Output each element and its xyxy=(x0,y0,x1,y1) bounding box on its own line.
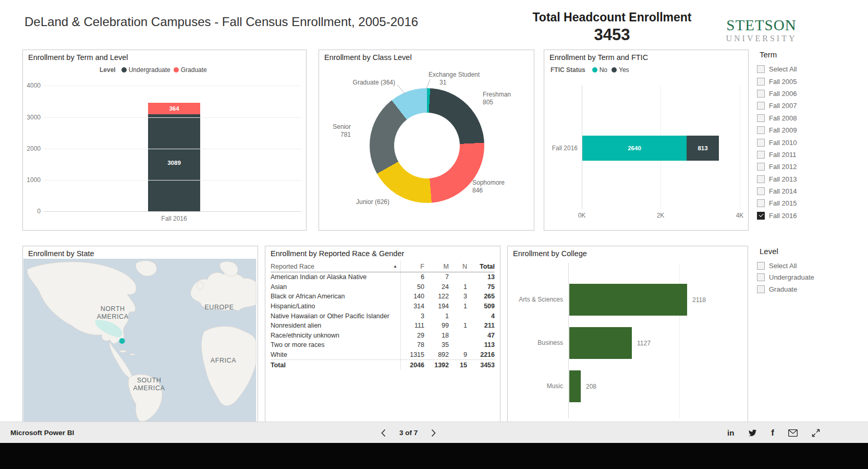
slicer-term-item-fall-2007[interactable]: Fall 2007 xyxy=(756,100,839,112)
checkbox[interactable] xyxy=(757,163,765,171)
checkbox[interactable] xyxy=(757,175,765,183)
legend-label: Undergraduate xyxy=(129,66,170,74)
table-total-row[interactable]: Total20461392153453 xyxy=(271,359,495,370)
table-row[interactable]: Two or more races7835113 xyxy=(271,340,495,350)
slicer-term-item-fall-2010[interactable]: Fall 2010 xyxy=(756,136,839,148)
slicer-item-label: Fall 2007 xyxy=(769,102,797,110)
panel-ftic: Enrollment by Term and FTIC FTIC Status … xyxy=(544,50,749,231)
stetson-logo-line1: STETSON xyxy=(724,18,799,33)
undergraduate-segment[interactable]: 3089 xyxy=(148,114,200,211)
slicer-term-item-fall-2006[interactable]: Fall 2006 xyxy=(756,88,839,100)
column-header-m[interactable]: M xyxy=(424,263,449,270)
column-header-f[interactable]: F xyxy=(401,263,424,270)
x-axis-label: 0K xyxy=(571,212,592,219)
table-cell: 3453 xyxy=(467,362,495,369)
table-cell: Total xyxy=(271,360,401,370)
slicer-term-item-fall-2009[interactable]: Fall 2009 xyxy=(756,124,839,136)
table-row[interactable]: Native Hawaiian or Other Pacific Islande… xyxy=(271,311,495,321)
powerbi-brand-link[interactable]: Microsoft Power BI xyxy=(10,422,74,443)
column-header-reported-race[interactable]: Reported Race▲ xyxy=(271,261,401,272)
college-bar-music[interactable] xyxy=(569,370,581,402)
checkbox[interactable] xyxy=(757,114,765,122)
donut-label-text: Senior xyxy=(319,123,351,131)
slicer-level-item-select-all[interactable]: Select All xyxy=(756,260,839,272)
email-icon[interactable] xyxy=(788,429,798,437)
table-row[interactable]: Race/ethnicity unknown291847 xyxy=(271,331,495,341)
map-bubble[interactable] xyxy=(119,338,125,344)
table-cell: Hispanic/Latino xyxy=(271,302,401,311)
table-cell: 113 xyxy=(467,341,495,348)
college-bar-business[interactable] xyxy=(569,327,632,359)
checkbox[interactable] xyxy=(757,78,765,86)
facebook-icon[interactable]: f xyxy=(771,428,774,438)
table-row[interactable]: Nonresident alien111991211 xyxy=(271,321,495,331)
checkbox[interactable] xyxy=(757,273,765,281)
slicer-item-label: Fall 2006 xyxy=(769,90,797,98)
legend-dot-graduate xyxy=(174,67,179,73)
chevron-left-icon[interactable] xyxy=(381,429,386,437)
checkbox[interactable] xyxy=(757,151,765,159)
graduate-segment[interactable]: 364 xyxy=(148,103,200,114)
checkbox[interactable] xyxy=(757,102,765,110)
table-cell: 3 xyxy=(401,312,424,320)
chart-title: Enrollment by College xyxy=(513,249,587,258)
slicer-term-item-fall-2013[interactable]: Fall 2013 xyxy=(756,173,839,185)
ftic-no-segment[interactable]: 2640 xyxy=(582,136,687,161)
level-slicer-list: Select AllUndergraduateGraduate xyxy=(756,260,839,295)
checkbox[interactable] xyxy=(757,65,765,73)
x-axis-label: 2K xyxy=(650,212,671,219)
table-cell: Asian xyxy=(271,282,401,292)
fullscreen-icon[interactable] xyxy=(812,429,820,437)
table-cell: 194 xyxy=(424,303,449,310)
slicer-term-item-fall-2016[interactable]: Fall 2016 xyxy=(756,210,839,222)
checkbox[interactable] xyxy=(757,262,765,270)
column-header-total[interactable]: Total xyxy=(467,263,495,270)
checkbox[interactable] xyxy=(757,90,765,98)
twitter-icon[interactable] xyxy=(748,429,757,437)
checkbox-checked[interactable] xyxy=(757,212,765,220)
table-cell: 314 xyxy=(401,303,424,310)
stacked-bar: 2640 813 xyxy=(582,136,719,161)
slicer-term-item-fall-2011[interactable]: Fall 2011 xyxy=(756,149,839,161)
table-cell: 24 xyxy=(424,283,449,291)
table-cell: 75 xyxy=(467,283,495,291)
checkbox[interactable] xyxy=(757,139,765,147)
slicer-term-item-fall-2005[interactable]: Fall 2005 xyxy=(756,75,839,87)
y-axis-label: 4000 xyxy=(25,82,41,89)
legend-item-ftic-yes[interactable]: Yes xyxy=(612,66,629,74)
table-row[interactable]: American Indian or Alaska Native6713 xyxy=(271,272,495,282)
college-bar-arts-sciences[interactable] xyxy=(569,284,687,316)
checkbox[interactable] xyxy=(757,199,765,207)
checkbox[interactable] xyxy=(757,187,765,195)
ftic-yes-segment[interactable]: 813 xyxy=(687,136,719,161)
checkbox[interactable] xyxy=(757,285,765,293)
slicer-item-label: Fall 2005 xyxy=(769,78,797,86)
table-row[interactable]: Hispanic/Latino3141941509 xyxy=(271,302,495,311)
checkbox[interactable] xyxy=(757,126,765,134)
legend-item-graduate[interactable]: Graduate xyxy=(174,66,207,74)
class-level-donut[interactable] xyxy=(370,88,484,203)
slicer-term-item-fall-2015[interactable]: Fall 2015 xyxy=(756,197,839,209)
column-header-n[interactable]: N xyxy=(449,263,467,270)
linkedin-icon[interactable]: in xyxy=(727,428,734,437)
slicer-level-item-graduate[interactable]: Graduate xyxy=(756,283,839,295)
slicer-item-label: Fall 2009 xyxy=(769,126,797,134)
table-row[interactable]: Asian5024175 xyxy=(271,282,495,292)
slicer-level-item-undergraduate[interactable]: Undergraduate xyxy=(756,272,839,284)
table-row[interactable]: White131589292216 xyxy=(271,350,495,360)
segment-value-label: 3089 xyxy=(167,160,181,166)
table-row[interactable]: Black or African American1401223265 xyxy=(271,292,495,302)
table-cell: 892 xyxy=(424,351,449,358)
legend-label: Yes xyxy=(619,66,629,74)
legend-dot-ftic-yes xyxy=(612,67,617,73)
chart-title: Enrollment by Term and Level xyxy=(28,53,128,62)
slicer-term-item-fall-2008[interactable]: Fall 2008 xyxy=(756,112,839,124)
world-map[interactable]: NORTH AMERICA EUROPE AFRICA SOUTH AMERIC… xyxy=(23,259,256,422)
chevron-right-icon[interactable] xyxy=(431,429,436,437)
slicer-term-item-fall-2014[interactable]: Fall 2014 xyxy=(756,185,839,197)
slicer-term-item-fall-2012[interactable]: Fall 2012 xyxy=(756,161,839,173)
slicer-term-item-select-all[interactable]: Select All xyxy=(756,63,839,75)
legend-item-ftic-no[interactable]: No xyxy=(592,66,607,74)
legend-item-undergraduate[interactable]: Undergraduate xyxy=(121,66,170,74)
legend: Level Undergraduate Graduate xyxy=(100,66,207,74)
